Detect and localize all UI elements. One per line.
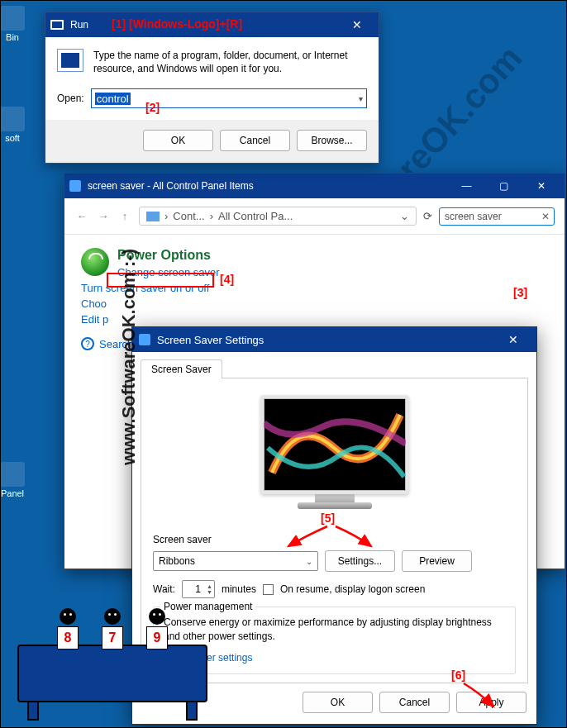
judge-3: 9 xyxy=(145,608,169,649)
control-panel-titlebar-icon xyxy=(69,180,81,192)
desktop-icon-bin[interactable]: Bin xyxy=(0,6,27,42)
up-button[interactable]: ↑ xyxy=(117,210,132,222)
ok-button[interactable]: OK xyxy=(143,130,213,151)
minutes-label: minutes xyxy=(222,583,256,595)
screen-saver-preview xyxy=(260,395,409,494)
close-button[interactable]: ✕ xyxy=(522,174,560,198)
resume-label: On resume, display logon screen xyxy=(280,583,425,595)
link-edit[interactable]: Edit p xyxy=(81,313,548,326)
desktop-icon-label: soft xyxy=(5,133,20,143)
link-choose[interactable]: Choo xyxy=(81,297,548,310)
cancel-button[interactable]: Cancel xyxy=(379,692,450,713)
power-options-icon xyxy=(81,248,109,276)
run-description: Type the name of a program, folder, docu… xyxy=(93,49,367,75)
open-label: Open: xyxy=(57,93,84,104)
resume-checkbox[interactable] xyxy=(263,584,274,595)
screen-saver-select[interactable]: Ribbons ⌄ xyxy=(153,551,318,571)
control-panel-icon xyxy=(146,212,160,221)
breadcrumb-item[interactable]: Cont... xyxy=(173,210,204,222)
settings-button[interactable]: Settings... xyxy=(325,550,395,572)
judge-2: 7 xyxy=(100,608,125,649)
wait-value: 1 xyxy=(195,583,201,595)
crumb-chevron: › xyxy=(210,210,213,222)
ss-title-text: Screen Saver Settings xyxy=(157,334,264,346)
close-button[interactable]: ✕ xyxy=(341,12,374,37)
chevron-down-icon: ⌄ xyxy=(306,557,312,566)
run-icon xyxy=(50,20,64,30)
help-icon: ? xyxy=(81,337,94,350)
link-change-screen-saver[interactable]: Change screen saver xyxy=(81,266,548,278)
screen-saver-selected: Ribbons xyxy=(159,555,195,567)
judge-1: 8 xyxy=(55,608,80,649)
clear-search-icon[interactable]: ✕ xyxy=(541,211,550,222)
refresh-button[interactable]: ⟳ xyxy=(423,210,432,222)
search-value: screen saver xyxy=(445,211,502,222)
chevron-down-icon[interactable]: ⌄ xyxy=(400,210,409,222)
desktop-icon-label: Bin xyxy=(6,32,19,42)
forward-button[interactable]: → xyxy=(96,210,111,222)
ss-titlebar[interactable]: Screen Saver Settings ✕ xyxy=(132,327,536,352)
pm-text: Conserve energy or maximize performance … xyxy=(164,616,505,644)
power-options-heading: Power Options xyxy=(81,248,548,263)
cp-title-text: screen saver - All Control Panel Items xyxy=(88,180,254,192)
run-dialog: Run ✕ Type the name of a program, folder… xyxy=(45,12,379,164)
open-value: control xyxy=(95,93,131,105)
score-card: 8 xyxy=(57,626,79,649)
cp-search-input[interactable]: screen saver ✕ xyxy=(439,207,555,226)
link-turn-screen-saver[interactable]: Turn screen saver on or off xyxy=(81,282,548,294)
browse-button[interactable]: Browse... xyxy=(297,130,367,151)
minimize-button[interactable]: — xyxy=(448,174,485,198)
cp-navbar: ← → ↑ › Cont... › All Control Pa... ⌄ ⟳ … xyxy=(64,198,565,235)
breadcrumb-item[interactable]: All Control Pa... xyxy=(218,210,293,222)
desktop-icon-soft[interactable]: soft xyxy=(0,107,27,143)
recycle-bin-icon xyxy=(0,6,25,31)
cancel-button[interactable]: Cancel xyxy=(220,130,290,151)
screen-saver-preview-monitor xyxy=(260,395,409,519)
preview-button[interactable]: Preview xyxy=(402,550,472,572)
apply-button[interactable]: Apply xyxy=(456,692,526,713)
screen-saver-icon xyxy=(139,334,150,345)
cp-titlebar[interactable]: screen saver - All Control Panel Items —… xyxy=(64,174,565,198)
score-card: 9 xyxy=(146,626,168,649)
maximize-button[interactable]: ▢ xyxy=(485,174,522,198)
chevron-down-icon: ▾ xyxy=(359,94,363,103)
control-panel-icon xyxy=(0,462,25,487)
spinner-arrows-icon[interactable]: ▲▼ xyxy=(207,583,212,595)
desktop-icon-panel[interactable]: Panel xyxy=(0,462,27,498)
run-title-text: Run xyxy=(70,19,88,31)
cartoon-judges: 8 7 9 xyxy=(17,603,207,721)
ok-button[interactable]: OK xyxy=(303,692,373,713)
open-combobox[interactable]: control ▾ xyxy=(91,88,367,108)
run-app-icon xyxy=(57,49,83,72)
folder-icon xyxy=(0,107,25,131)
run-titlebar[interactable]: Run ✕ xyxy=(45,12,379,37)
tab-screen-saver[interactable]: Screen Saver xyxy=(141,359,222,378)
score-card: 7 xyxy=(102,626,123,649)
breadcrumb[interactable]: › Cont... › All Control Pa... ⌄ xyxy=(139,207,417,226)
screen-saver-section-label: Screen saver xyxy=(153,534,516,545)
cp-links: Change screen saver Turn screen saver on… xyxy=(81,266,548,326)
desktop-icon-label: Panel xyxy=(1,488,24,498)
crumb-chevron: › xyxy=(164,210,168,222)
close-button[interactable]: ✕ xyxy=(497,327,530,352)
wait-spinner[interactable]: 1 ▲▼ xyxy=(182,580,215,598)
wait-label: Wait: xyxy=(153,583,175,595)
back-button[interactable]: ← xyxy=(74,210,89,222)
